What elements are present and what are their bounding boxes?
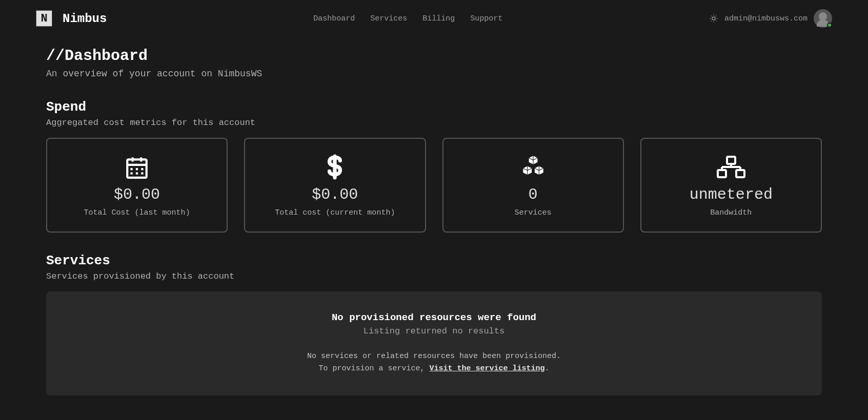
svg-rect-13 bbox=[131, 168, 133, 170]
card-label: Total cost (current month) bbox=[275, 208, 395, 217]
card-services: 0 Services bbox=[442, 138, 624, 233]
svg-rect-15 bbox=[141, 168, 143, 170]
page-title: //Dashboard bbox=[46, 47, 822, 65]
empty-title: No provisioned resources were found bbox=[56, 312, 812, 323]
card-value: $0.00 bbox=[312, 186, 358, 203]
svg-rect-19 bbox=[727, 157, 735, 164]
card-current-month: $0.00 Total cost (current month) bbox=[244, 138, 426, 233]
empty-line1: No services or related resources have be… bbox=[307, 352, 561, 361]
svg-rect-16 bbox=[131, 172, 133, 174]
calendar-icon bbox=[124, 153, 150, 181]
status-dot bbox=[827, 23, 832, 28]
card-value: 0 bbox=[529, 186, 538, 203]
nav-item-support[interactable]: Support bbox=[470, 14, 502, 23]
sun-icon[interactable] bbox=[709, 14, 718, 23]
card-value: $0.00 bbox=[114, 186, 160, 203]
visit-service-listing-link[interactable]: Visit the service listing bbox=[429, 364, 544, 373]
brand-name: Nimbus bbox=[63, 12, 107, 26]
spend-section-subtitle: Aggregated cost metrics for this account bbox=[46, 118, 822, 128]
svg-rect-14 bbox=[136, 168, 138, 170]
logo-letter: N bbox=[41, 12, 47, 25]
avatar[interactable] bbox=[814, 9, 832, 28]
card-bandwidth: unmetered Bandwidth bbox=[640, 138, 822, 233]
empty-line2-prefix: To provision a service, bbox=[318, 364, 429, 373]
svg-line-3 bbox=[711, 16, 712, 16]
empty-line2-suffix: . bbox=[545, 364, 550, 373]
svg-rect-18 bbox=[141, 172, 143, 174]
cubes-icon bbox=[519, 153, 547, 181]
card-last-month: $0.00 Total Cost (last month) bbox=[46, 138, 228, 233]
nav-item-services[interactable]: Services bbox=[370, 14, 407, 23]
page-title-prefix: // bbox=[46, 47, 65, 65]
header: N Nimbus Dashboard Services Billing Supp… bbox=[0, 0, 868, 37]
page-title-text: Dashboard bbox=[65, 47, 148, 65]
card-value: unmetered bbox=[690, 186, 773, 203]
card-label: Total Cost (last month) bbox=[84, 208, 190, 217]
spend-section-title: Spend bbox=[46, 99, 822, 115]
svg-point-0 bbox=[712, 17, 715, 20]
svg-rect-20 bbox=[718, 170, 726, 177]
main-content: //Dashboard An overview of your account … bbox=[0, 37, 868, 406]
page-subtitle: An overview of your account on NimbusWS bbox=[46, 69, 822, 79]
empty-state: No provisioned resources were found List… bbox=[46, 291, 822, 395]
logo[interactable]: N bbox=[36, 10, 52, 27]
card-label: Services bbox=[515, 208, 552, 217]
services-section-subtitle: Services provisioned by this account bbox=[46, 271, 822, 281]
svg-line-8 bbox=[716, 16, 716, 16]
empty-text: No services or related resources have be… bbox=[56, 350, 812, 375]
spend-cards: $0.00 Total Cost (last month) $0.00 Tota… bbox=[46, 138, 822, 233]
header-right: admin@nimbusws.com bbox=[709, 9, 832, 28]
svg-line-4 bbox=[716, 20, 716, 21]
network-icon bbox=[716, 153, 746, 181]
nav-item-dashboard[interactable]: Dashboard bbox=[313, 14, 355, 23]
empty-subtitle: Listing returned no results bbox=[56, 326, 812, 336]
services-section-title: Services bbox=[46, 253, 822, 268]
nav-item-billing[interactable]: Billing bbox=[422, 14, 455, 23]
user-email: admin@nimbusws.com bbox=[724, 14, 808, 23]
svg-rect-17 bbox=[136, 172, 138, 174]
svg-rect-21 bbox=[736, 170, 744, 177]
card-label: Bandwidth bbox=[710, 208, 752, 217]
svg-line-7 bbox=[711, 20, 712, 21]
dollar-icon bbox=[322, 153, 348, 181]
header-left: N Nimbus bbox=[36, 10, 107, 27]
nav: Dashboard Services Billing Support bbox=[313, 14, 502, 23]
